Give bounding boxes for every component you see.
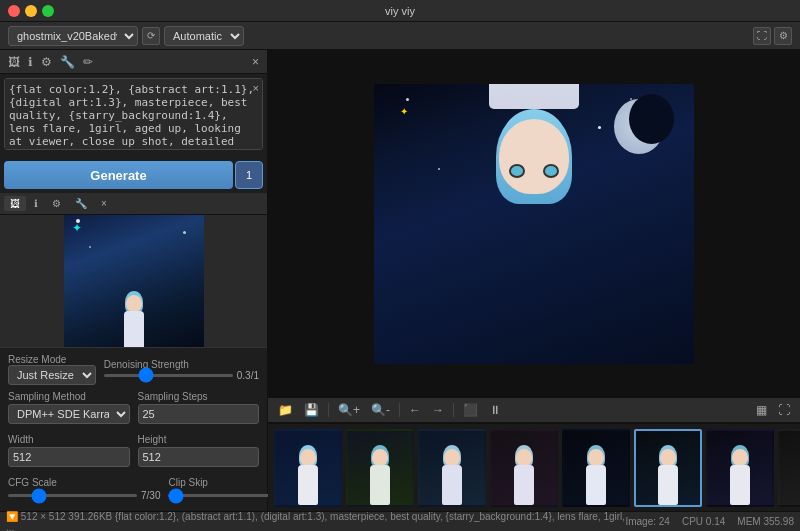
- zoom-out-button[interactable]: 🔍-: [367, 401, 394, 419]
- moon-overlay: [629, 94, 674, 144]
- thumbnail-5[interactable]: [562, 429, 630, 507]
- open-folder-button[interactable]: 📁: [274, 401, 297, 419]
- height-label: Height: [138, 434, 260, 445]
- thumb-bg-5: [564, 431, 628, 505]
- thumbnail-6[interactable]: [634, 429, 702, 507]
- toolbar-separator-1: [328, 403, 329, 417]
- height-input[interactable]: [138, 447, 260, 467]
- gold-star-1: ✦: [400, 106, 408, 117]
- main-area: 🖼 ℹ ⚙ 🔧 ✏ × × Generate 1 🖼 ℹ ⚙ 🔧 ×: [0, 50, 800, 511]
- image-icon[interactable]: 🖼: [6, 53, 22, 71]
- brush-icon[interactable]: ✏: [81, 53, 95, 71]
- char-eye-left: [509, 164, 525, 178]
- char-body: ★: [489, 84, 579, 109]
- tab-image[interactable]: 🖼: [4, 196, 26, 211]
- mini-char-2: [365, 445, 395, 505]
- mini-char-6: [653, 445, 683, 505]
- star-5: [438, 168, 440, 170]
- info-icon[interactable]: ℹ: [26, 53, 35, 71]
- thumbnail-1[interactable]: [274, 429, 342, 507]
- toolbar-separator-3: [453, 403, 454, 417]
- close-button[interactable]: [8, 5, 20, 17]
- image-tabs: 🖼 ℹ ⚙ 🔧 ×: [0, 193, 267, 215]
- cfg-value: 7/30: [141, 490, 160, 501]
- model-refresh-icon[interactable]: ⟳: [142, 27, 160, 45]
- settings-icon[interactable]: ⚙: [774, 27, 792, 45]
- settings-panel: Resize Mode Just Resize Denoising Streng…: [0, 347, 267, 511]
- batch-count[interactable]: 1: [235, 161, 263, 189]
- denoising-slider[interactable]: [104, 374, 233, 377]
- toolbar-right-icons: ⛶ ⚙: [753, 27, 792, 45]
- prev-image-button[interactable]: ←: [405, 401, 425, 419]
- resize-mode-label: Resize Mode: [8, 354, 96, 365]
- grid-view-button[interactable]: ▦: [752, 401, 771, 419]
- minimize-button[interactable]: [25, 5, 37, 17]
- tab-tools[interactable]: 🔧: [69, 196, 93, 211]
- width-input[interactable]: [8, 447, 130, 467]
- thumbnail-4[interactable]: [490, 429, 558, 507]
- sampling-steps-item: Sampling Steps: [138, 391, 260, 424]
- thumbnail-strip: [268, 423, 800, 511]
- thumbnail-image: ✦: [64, 215, 204, 347]
- zoom-in-button[interactable]: 🔍+: [334, 401, 364, 419]
- pause-button[interactable]: ⏸: [485, 401, 505, 419]
- denoising-value: 0.3/1: [237, 370, 259, 381]
- stop-button[interactable]: ⬛: [459, 401, 482, 419]
- toolbar-separator-2: [399, 403, 400, 417]
- mini-char-head: [126, 295, 142, 312]
- cfg-slider[interactable]: [8, 494, 137, 497]
- char-eye-right: [543, 164, 559, 178]
- anime-character: ★: [454, 104, 614, 364]
- star-1: [406, 98, 409, 101]
- mini-char-1: [293, 445, 323, 505]
- thumb-bg-7: [708, 431, 772, 505]
- title-bar: viy viy: [0, 0, 800, 22]
- resize-denoising-row: Resize Mode Just Resize Denoising Streng…: [8, 354, 259, 385]
- close-panel-icon[interactable]: ×: [250, 53, 261, 71]
- save-button[interactable]: 💾: [300, 401, 323, 419]
- top-toolbar: ghostmix_v20Bakedvae.safetei... ⟳ Automa…: [0, 22, 800, 50]
- cfg-clip-row: CFG Scale 7/30 Clip Skip 1/12: [8, 477, 259, 505]
- sampling-row: Sampling Method DPM++ SDE Karras Samplin…: [8, 391, 259, 428]
- thumbnail-3[interactable]: [418, 429, 486, 507]
- mem-usage: MEM 355.98: [737, 516, 794, 527]
- settings-icon-2[interactable]: ⚙: [39, 53, 54, 71]
- resize-mode-col: Resize Mode Just Resize: [8, 354, 96, 385]
- sampling-method-label: Sampling Method: [8, 391, 130, 402]
- char-head: [499, 119, 569, 194]
- prompt-input[interactable]: [4, 78, 263, 150]
- tool-icon[interactable]: 🔧: [58, 53, 77, 71]
- sampling-steps-input[interactable]: [138, 404, 260, 424]
- expand-button[interactable]: ⛶: [774, 401, 794, 419]
- star-dot: [89, 246, 91, 248]
- thumb-bg-8: [780, 431, 800, 505]
- main-image-container: ✦ ✦ ✦: [268, 50, 800, 397]
- status-left: 🔽 512 × 512 391.26KB {flat color:1.2}, (…: [6, 511, 625, 532]
- cpu-usage: CPU 0.14: [682, 516, 725, 527]
- next-image-button[interactable]: →: [428, 401, 448, 419]
- tab-config[interactable]: ⚙: [46, 196, 67, 211]
- status-right: Image: 24 CPU 0.14 MEM 355.98: [625, 516, 794, 527]
- tab-close[interactable]: ×: [95, 196, 113, 211]
- image-toolbar: 📁 💾 🔍+ 🔍- ← → ⬛ ⏸ ▦ ⛶: [268, 397, 800, 423]
- vae-select[interactable]: Automatic: [164, 26, 244, 46]
- maximize-button[interactable]: [42, 5, 54, 17]
- window-controls: [8, 5, 54, 17]
- resize-mode-select[interactable]: Just Resize: [8, 365, 96, 385]
- mini-char-4: [509, 445, 539, 505]
- thumbnail-2[interactable]: [346, 429, 414, 507]
- tab-info[interactable]: ℹ: [28, 196, 44, 211]
- thumbnail-preview: ✦: [0, 215, 267, 347]
- status-bar: 🔽 512 × 512 391.26KB {flat color:1.2}, (…: [0, 511, 800, 531]
- denoising-slider-row: 0.3/1: [104, 370, 259, 381]
- prompt-close-button[interactable]: ×: [253, 82, 259, 94]
- thumbnail-8[interactable]: [778, 429, 800, 507]
- left-panel: 🖼 ℹ ⚙ 🔧 ✏ × × Generate 1 🖼 ℹ ⚙ 🔧 ×: [0, 50, 268, 511]
- model-select[interactable]: ghostmix_v20Bakedvae.safetei...: [8, 26, 138, 46]
- generate-button[interactable]: Generate: [4, 161, 233, 189]
- fullscreen-icon[interactable]: ⛶: [753, 27, 771, 45]
- prompt-area: ×: [0, 74, 267, 157]
- thumbnail-7[interactable]: [706, 429, 774, 507]
- sampling-method-select[interactable]: DPM++ SDE Karras: [8, 404, 130, 424]
- cyan-star: ✦: [72, 221, 82, 235]
